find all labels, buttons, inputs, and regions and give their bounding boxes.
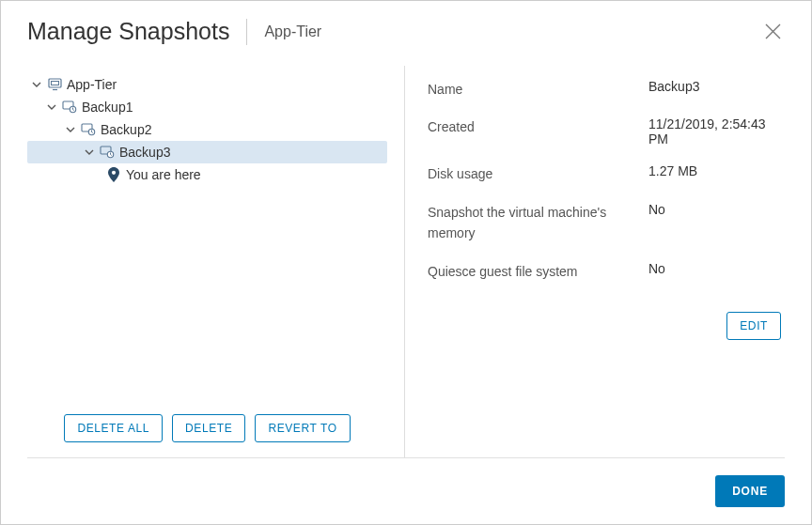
detail-value: Backup3: [648, 79, 785, 94]
snapshot-icon: [62, 100, 77, 115]
chevron-down-icon[interactable]: [46, 102, 57, 112]
tree-label: Backup2: [101, 122, 151, 137]
tree-row-backup2[interactable]: Backup2: [27, 118, 387, 141]
dialog-body: App-Tier Backup1: [1, 66, 811, 457]
detail-value: No: [648, 261, 785, 276]
detail-value: 11/21/2019, 2:54:43 PM: [648, 116, 785, 147]
detail-row-name: Name Backup3: [428, 79, 785, 100]
revert-to-button[interactable]: REVERT TO: [255, 414, 350, 442]
delete-button[interactable]: DELETE: [172, 414, 245, 442]
detail-row-quiesce: Quiesce guest file system No: [428, 261, 785, 282]
delete-all-button[interactable]: DELETE ALL: [64, 414, 163, 442]
snapshot-tree: App-Tier Backup1: [27, 73, 387, 401]
chevron-down-icon[interactable]: [65, 125, 76, 134]
tree-actions: DELETE ALL DELETE REVERT TO: [27, 401, 387, 457]
detail-label: Disk usage: [428, 163, 648, 184]
detail-label: Name: [428, 79, 648, 100]
tree-row-backup3[interactable]: Backup3: [27, 141, 387, 163]
manage-snapshots-dialog: Manage Snapshots App-Tier App-Tier: [0, 0, 812, 525]
vm-icon: [47, 77, 62, 92]
snapshot-icon: [81, 122, 96, 137]
pin-icon: [106, 167, 121, 182]
tree-label: Backup1: [82, 100, 133, 115]
svg-rect-1: [51, 82, 58, 85]
tree-label: You are here: [126, 167, 201, 182]
detail-value: 1.27 MB: [648, 163, 785, 178]
close-button[interactable]: [761, 20, 785, 43]
header-divider: [246, 19, 247, 45]
edit-button[interactable]: EDIT: [726, 312, 781, 340]
dialog-header: Manage Snapshots App-Tier: [1, 1, 811, 66]
snapshot-details-pane: Name Backup3 Created 11/21/2019, 2:54:43…: [405, 66, 785, 457]
detail-label: Created: [428, 116, 648, 137]
tree-row-root[interactable]: App-Tier: [27, 73, 387, 96]
chevron-down-icon[interactable]: [84, 147, 95, 157]
close-icon: [765, 23, 781, 39]
dialog-subtitle: App-Tier: [264, 23, 321, 40]
tree-label: Backup3: [119, 145, 170, 160]
tree-label: App-Tier: [67, 77, 117, 92]
tree-row-you-are-here[interactable]: You are here: [27, 163, 387, 186]
snapshot-tree-pane: App-Tier Backup1: [27, 66, 405, 457]
done-button[interactable]: DONE: [715, 475, 785, 507]
detail-row-disk: Disk usage 1.27 MB: [428, 163, 785, 184]
detail-label: Quiesce guest file system: [428, 261, 648, 282]
edit-row: EDIT: [428, 312, 785, 340]
dialog-footer: DONE: [27, 457, 785, 524]
svg-rect-0: [49, 79, 61, 87]
detail-label: Snapshot the virtual machine's memory: [428, 202, 648, 244]
detail-row-memory: Snapshot the virtual machine's memory No: [428, 202, 785, 244]
tree-row-backup1[interactable]: Backup1: [27, 96, 387, 118]
dialog-title: Manage Snapshots: [27, 18, 229, 45]
snapshot-icon: [100, 145, 115, 160]
chevron-down-icon[interactable]: [31, 80, 42, 89]
detail-value: No: [648, 202, 785, 217]
svg-point-9: [112, 171, 116, 175]
detail-row-created: Created 11/21/2019, 2:54:43 PM: [428, 116, 785, 147]
